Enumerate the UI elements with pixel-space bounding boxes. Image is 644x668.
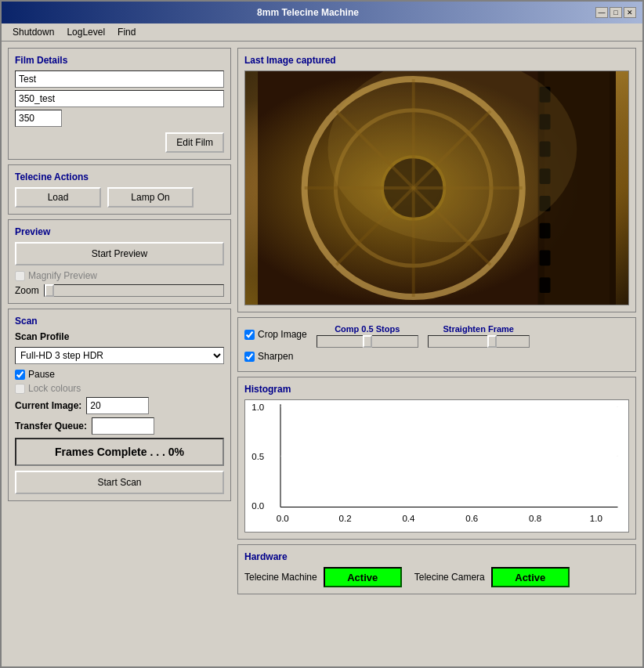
film-image-container <box>244 70 629 305</box>
svg-rect-32 <box>281 405 617 506</box>
svg-text:0.0: 0.0 <box>277 514 289 523</box>
right-panel: Last Image captured <box>237 48 636 660</box>
pause-checkbox[interactable] <box>15 370 25 380</box>
crop-row: Crop Image <box>244 329 307 340</box>
straighten-label: Straighten Frame <box>443 324 513 334</box>
minimize-button[interactable]: — <box>595 7 608 18</box>
hardware-title: Hardware <box>244 551 629 562</box>
current-image-field[interactable] <box>86 397 149 414</box>
telecine-machine-status: Active <box>324 567 402 587</box>
film-image <box>245 71 628 305</box>
zoom-label: Zoom <box>15 285 39 296</box>
svg-rect-16 <box>540 250 551 265</box>
svg-text:1.0: 1.0 <box>251 403 264 412</box>
pause-label: Pause <box>28 369 55 380</box>
frames-progress-text: Frames Complete . . . 0% <box>55 446 184 458</box>
frames-progress-display: Frames Complete . . . 0% <box>15 438 224 466</box>
lamp-on-button[interactable]: Lamp On <box>107 187 194 208</box>
scan-profile-label: Scan Profile <box>15 331 69 342</box>
lock-colours-label: Lock colours <box>28 383 81 394</box>
title-bar-controls: — □ ✕ <box>595 7 636 18</box>
telecine-actions-section: Telecine Actions Load Lamp On <box>8 164 231 215</box>
svg-rect-17 <box>540 277 551 293</box>
menu-loglevel[interactable]: LogLevel <box>62 25 110 39</box>
film-number-field[interactable] <box>15 110 62 127</box>
main-window: 8mm Telecine Machine — □ ✕ Shutdown LogL… <box>0 0 644 668</box>
straighten-slider-group: Straighten Frame <box>428 324 530 348</box>
histogram-title: Histogram <box>244 384 629 395</box>
film-details-title: Film Details <box>15 55 224 66</box>
start-scan-button[interactable]: Start Scan <box>15 471 224 494</box>
left-panel: Film Details Edit Film Telecine Actions … <box>8 48 231 660</box>
film-id-field[interactable] <box>15 90 224 107</box>
close-button[interactable]: ✕ <box>624 7 636 18</box>
edit-film-button[interactable]: Edit Film <box>165 132 224 153</box>
menu-bar: Shutdown LogLevel Find <box>2 23 642 42</box>
crop-image-checkbox[interactable] <box>244 330 255 340</box>
scan-section: Scan Scan Profile Full-HD 3 step HDR HD … <box>8 309 231 501</box>
sharpen-label: Sharpen <box>258 351 293 362</box>
sharpen-row: Sharpen <box>244 351 629 365</box>
svg-text:0.5: 0.5 <box>251 452 264 461</box>
histogram-section: Histogram 1.0 0.5 0.0 0.0 0.2 <box>237 377 636 540</box>
main-content: Film Details Edit Film Telecine Actions … <box>2 42 642 666</box>
title-bar: 8mm Telecine Machine — □ ✕ <box>2 2 642 23</box>
lock-colours-checkbox[interactable] <box>15 384 25 394</box>
svg-text:0.6: 0.6 <box>465 514 478 523</box>
comp-slider-group: Comp 0.5 Stops <box>317 324 418 348</box>
zoom-slider[interactable] <box>44 284 224 297</box>
transfer-queue-field[interactable] <box>92 417 154 435</box>
comp-label: Comp 0.5 Stops <box>335 324 400 334</box>
straighten-slider[interactable] <box>428 335 530 348</box>
svg-text:0.2: 0.2 <box>339 514 352 523</box>
telecine-camera-item: Telecine Camera Active <box>414 567 570 587</box>
transfer-queue-label: Transfer Queue: <box>15 421 87 431</box>
crop-image-label: Crop Image <box>258 329 307 340</box>
controls-row: Crop Image Comp 0.5 Stops Straighten Fra… <box>244 324 629 348</box>
svg-text:0.0: 0.0 <box>251 501 264 511</box>
svg-text:0.4: 0.4 <box>402 514 415 523</box>
load-button[interactable]: Load <box>15 187 101 208</box>
histogram-container: 1.0 0.5 0.0 0.0 0.2 0.4 0.6 0.8 1.0 <box>244 399 629 533</box>
film-name-field[interactable] <box>15 70 224 88</box>
telecine-camera-status: Active <box>491 567 570 587</box>
image-controls-section: Crop Image Comp 0.5 Stops Straighten Fra… <box>237 317 636 372</box>
menu-find[interactable]: Find <box>113 25 140 39</box>
telecine-camera-label: Telecine Camera <box>414 572 485 583</box>
menu-shutdown[interactable]: Shutdown <box>8 25 59 39</box>
scan-profile-select[interactable]: Full-HD 3 step HDR HD 2 step HDR Full-HD… <box>15 347 224 364</box>
start-preview-button[interactable]: Start Preview <box>15 242 224 265</box>
film-reel-svg <box>245 71 628 305</box>
telecine-machine-item: Telecine Machine Active <box>244 567 402 587</box>
comp-slider[interactable] <box>317 335 418 348</box>
sharpen-checkbox[interactable] <box>244 352 255 362</box>
last-image-label: Last Image captured <box>244 55 629 66</box>
image-preview-section: Last Image captured <box>237 48 636 312</box>
svg-text:0.8: 0.8 <box>529 514 541 523</box>
telecine-actions-title: Telecine Actions <box>15 172 224 182</box>
svg-rect-15 <box>540 223 551 239</box>
hardware-section: Hardware Telecine Machine Active Telecin… <box>237 544 636 594</box>
window-title: 8mm Telecine Machine <box>20 7 595 18</box>
magnify-preview-label: Magnify Preview <box>28 270 97 281</box>
preview-section: Preview Start Preview Magnify Preview Zo… <box>8 219 231 304</box>
scan-title: Scan <box>15 316 224 327</box>
svg-text:1.0: 1.0 <box>590 514 602 523</box>
histogram-svg: 1.0 0.5 0.0 0.0 0.2 0.4 0.6 0.8 1.0 <box>245 400 628 532</box>
sharpen-checkbox-row: Sharpen <box>244 351 293 362</box>
magnify-preview-checkbox[interactable] <box>15 271 25 281</box>
film-details-section: Film Details Edit Film <box>8 48 231 160</box>
preview-title: Preview <box>15 226 224 237</box>
current-image-label: Current Image: <box>15 400 81 411</box>
telecine-machine-label: Telecine Machine <box>244 572 317 583</box>
hardware-row: Telecine Machine Active Telecine Camera … <box>244 567 629 587</box>
maximize-button[interactable]: □ <box>610 7 622 18</box>
